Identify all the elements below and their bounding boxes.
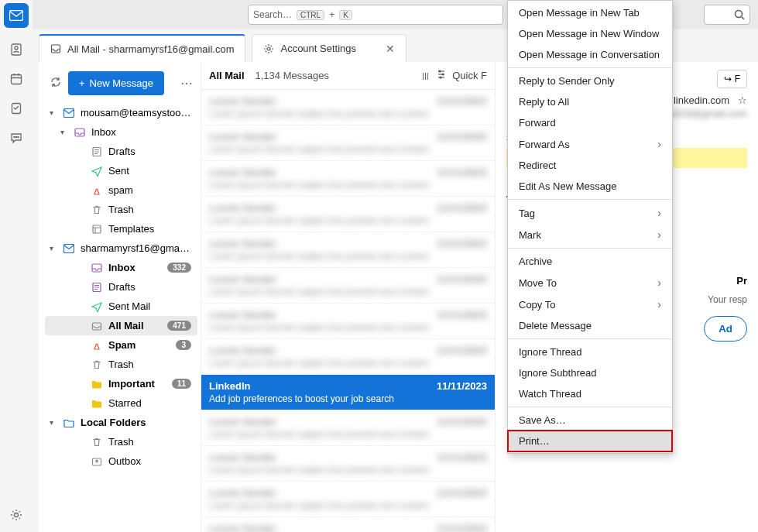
message-list-header: All Mail 1,134 Messages ⫼ Quick F <box>201 62 495 90</box>
message-row-selected[interactable]: LinkedIn11/11/2023Add job preferences to… <box>201 375 495 410</box>
folder-trash[interactable]: Trash <box>45 200 197 219</box>
plus-icon: + <box>79 77 85 89</box>
settings-icon[interactable] <box>9 507 24 523</box>
mail-app-icon[interactable] <box>4 3 29 28</box>
folder-all-mail[interactable]: All Mail471 <box>45 316 197 335</box>
display-toggle-icon[interactable]: ⫼ <box>420 70 430 81</box>
quick-filter-label[interactable]: Quick F <box>452 70 487 81</box>
search-icon <box>734 9 745 20</box>
svg-point-6 <box>15 136 16 137</box>
calendar-icon[interactable] <box>9 71 24 87</box>
ctx-watch-thread[interactable]: Watch Thread <box>508 383 672 404</box>
folder-templates[interactable]: Templates <box>45 219 197 239</box>
close-icon[interactable]: ✕ <box>386 43 395 55</box>
svg-rect-15 <box>93 225 101 233</box>
message-row[interactable]: Lorem Sender11/11/2023Lorem ipsum blurre… <box>201 339 495 375</box>
badge: 3 <box>176 340 191 350</box>
ctx-mark[interactable]: Mark› <box>508 224 672 245</box>
folder-drafts[interactable]: Drafts <box>45 142 197 161</box>
svg-point-23 <box>440 77 441 78</box>
message-row[interactable]: Lorem Sender11/11/2023Lorem ipsum blurre… <box>201 304 495 339</box>
account-2[interactable]: ▾sharmamyrsf16@gmail.c… <box>45 239 197 258</box>
address-book-icon[interactable] <box>9 42 24 57</box>
ctx-copy[interactable]: Copy To› <box>508 293 672 315</box>
more-icon[interactable]: ⋯ <box>180 76 193 91</box>
folder-inbox-2[interactable]: Inbox332 <box>45 258 197 277</box>
chevron-right-icon: › <box>657 138 661 150</box>
svg-point-2 <box>15 46 18 50</box>
ctx-open-conversation[interactable]: Open Message in Conversation <box>508 44 672 65</box>
ctx-ignore-subthread[interactable]: Ignore Subthread <box>508 362 672 383</box>
kbd-ctrl: CTRL <box>297 10 324 20</box>
message-row[interactable]: Lorem Sender11/11/2023Lorem ipsum blurre… <box>201 90 495 125</box>
tab-label: All Mail - sharmamyrsf16@gmail.com <box>67 43 234 55</box>
svg-point-21 <box>439 70 441 72</box>
message-row[interactable]: Lorem Sender11/11/2023Lorem ipsum blurre… <box>201 197 495 232</box>
local-folders[interactable]: ▾Local Folders <box>45 413 197 432</box>
ctx-forward-as[interactable]: Forward As› <box>508 133 672 155</box>
ctx-reply-sender[interactable]: Reply to Sender Only <box>508 70 672 91</box>
ctx-redirect[interactable]: Redirect <box>508 155 672 176</box>
message-context-menu: Open Message in New Tab Open Message in … <box>507 0 673 454</box>
forward-button[interactable]: ↪ F <box>717 70 747 88</box>
global-search-input[interactable]: Search… CTRL + K <box>248 5 503 25</box>
list-title: All Mail <box>209 70 245 81</box>
ctx-open-window[interactable]: Open Message in New Window <box>508 23 672 44</box>
cta-button[interactable]: Ad <box>704 316 747 342</box>
tasks-icon[interactable] <box>9 101 24 116</box>
ctx-open-tab[interactable]: Open Message in New Tab <box>508 2 672 23</box>
message-row[interactable]: Lorem Sender11/11/2023Lorem ipsum blurre… <box>201 517 495 532</box>
chat-icon[interactable] <box>9 130 24 146</box>
svg-point-11 <box>267 47 270 50</box>
chevron-right-icon: › <box>657 298 661 311</box>
ctx-archive[interactable]: Archive <box>508 251 672 272</box>
local-outbox[interactable]: Outbox <box>45 451 197 471</box>
ctx-move[interactable]: Move To› <box>508 272 672 293</box>
ctx-print[interactable]: Print… <box>508 431 672 451</box>
folder-drafts-2[interactable]: Drafts <box>45 277 197 297</box>
folder-inbox[interactable]: ▾Inbox <box>45 122 197 142</box>
filter-icon[interactable] <box>437 70 446 81</box>
ctx-edit-new[interactable]: Edit As New Message <box>508 176 672 197</box>
list-count: 1,134 Messages <box>256 70 329 81</box>
account-1[interactable]: ▾mousam@teamsystools.c… <box>45 103 197 122</box>
ctx-delete[interactable]: Delete Message <box>508 315 672 336</box>
tab-all-mail[interactable]: All Mail - sharmamyrsf16@gmail.com <box>39 34 245 62</box>
folder-trash-2[interactable]: Trash <box>45 355 197 374</box>
svg-point-7 <box>18 136 19 137</box>
chevron-right-icon: › <box>657 207 661 219</box>
badge: 11 <box>172 379 191 389</box>
search-placeholder: Search… <box>253 9 292 20</box>
folder-starred[interactable]: Starred <box>45 393 197 413</box>
message-list[interactable]: Lorem Sender11/11/2023Lorem ipsum blurre… <box>201 90 495 532</box>
message-row[interactable]: Lorem Sender11/11/2023Lorem ipsum blurre… <box>201 268 495 304</box>
svg-point-22 <box>442 74 444 75</box>
ctx-ignore-thread[interactable]: Ignore Thread <box>508 342 672 362</box>
ctx-tag[interactable]: Tag› <box>508 202 672 224</box>
folder-sent-2[interactable]: Sent Mail <box>45 297 197 316</box>
message-row[interactable]: Lorem Sender11/11/2023Lorem ipsum blurre… <box>201 232 495 268</box>
svg-point-9 <box>736 11 743 18</box>
ctx-forward[interactable]: Forward <box>508 112 672 133</box>
refresh-icon[interactable] <box>50 76 62 91</box>
tab-account-settings[interactable]: Account Settings ✕ <box>252 34 406 62</box>
message-row[interactable]: Lorem Sender11/11/2023Lorem ipsum blurre… <box>201 410 495 446</box>
folder-spam[interactable]: spam <box>45 180 197 200</box>
ctx-save-as[interactable]: Save As… <box>508 410 672 431</box>
ctx-reply-all[interactable]: Reply to All <box>508 91 672 112</box>
folder-spam-2[interactable]: Spam3 <box>45 335 197 355</box>
svg-point-5 <box>14 136 15 137</box>
message-row[interactable]: Lorem Sender11/11/2023Lorem ipsum blurre… <box>201 161 495 197</box>
message-row[interactable]: Lorem Sender11/11/2023Lorem ipsum blurre… <box>201 125 495 161</box>
star-icon[interactable]: ☆ <box>738 94 747 106</box>
message-row[interactable]: Lorem Sender11/11/2023Lorem ipsum blurre… <box>201 446 495 482</box>
svg-point-8 <box>15 513 19 517</box>
search-right-box[interactable] <box>704 5 750 25</box>
folder-sent[interactable]: Sent <box>45 161 197 180</box>
svg-rect-3 <box>12 75 22 84</box>
tab-label: Account Settings <box>280 43 356 54</box>
local-trash[interactable]: Trash <box>45 432 197 451</box>
message-row[interactable]: Lorem Sender11/11/2023Lorem ipsum blurre… <box>201 482 495 517</box>
folder-important[interactable]: Important11 <box>45 374 197 393</box>
new-message-button[interactable]: + New Message <box>68 71 164 95</box>
